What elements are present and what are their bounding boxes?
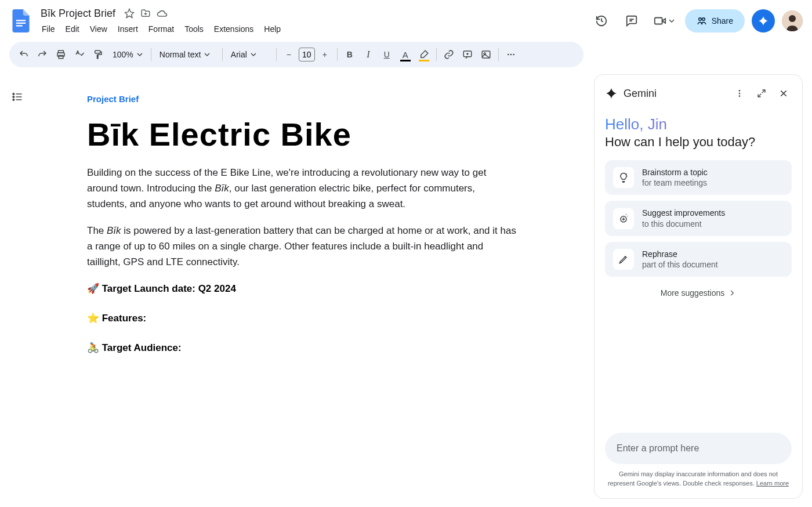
menu-extensions[interactable]: Extensions [209,22,258,36]
font-size-decrease[interactable]: − [280,46,298,63]
svg-point-5 [702,18,705,21]
print-button[interactable] [52,46,70,63]
menu-insert[interactable]: Insert [113,22,143,36]
more-suggestions-button[interactable]: More suggestions [605,288,792,298]
formatting-toolbar: 100% Normal text Arial − + B I U A [9,42,583,67]
gemini-expand-icon[interactable] [753,85,770,102]
document-label: Project Brief [87,94,516,104]
gemini-sidebar: Gemini Hello, Jin How can I help you tod… [594,74,803,499]
svg-rect-3 [654,18,662,24]
svg-point-19 [13,96,14,98]
docs-logo-icon[interactable] [9,9,32,32]
gemini-close-icon[interactable] [775,85,792,102]
svg-point-20 [13,99,14,101]
zoom-select[interactable]: 100% [108,46,147,63]
meet-button[interactable] [650,9,678,32]
paragraph-style-select[interactable]: Normal text [155,46,219,63]
learn-more-link[interactable]: Learn more [756,480,789,487]
svg-point-23 [739,95,741,97]
gemini-title: Gemini [624,88,726,100]
pencil-icon [613,249,634,270]
bold-button[interactable]: B [341,46,358,63]
suggestion-brainstorm[interactable]: Brainstorm a topicfor team meetings [605,160,792,195]
svg-point-4 [698,18,701,21]
outline-column [0,71,35,505]
section-audience: 🚴 Target Audience: [87,342,516,354]
header-actions: Share [590,9,803,32]
suggestion-improve[interactable]: Suggest improvementsto this document [605,201,792,236]
svg-rect-1 [16,23,26,24]
underline-button[interactable]: U [378,46,396,63]
lightbulb-icon [613,167,634,188]
document-title[interactable]: Bīk Project Brief [37,6,119,21]
font-size-control: − + [280,46,334,63]
font-size-increase[interactable]: + [316,46,334,63]
menu-tools[interactable]: Tools [180,22,208,36]
share-button[interactable]: Share [685,9,745,32]
document-canvas[interactable]: Project Brief Bīk Electric Bike Building… [35,71,594,505]
spellcheck-button[interactable] [71,46,88,63]
svg-point-18 [13,93,14,95]
gemini-disclaimer: Gemini may display inaccurate informatio… [605,470,792,488]
comments-icon[interactable] [620,9,643,32]
menu-bar: File Edit View Insert Format Tools Exten… [37,22,590,36]
menu-format[interactable]: Format [144,22,179,36]
svg-point-17 [513,54,514,56]
svg-point-22 [739,93,741,95]
highlight-button[interactable] [415,46,433,63]
undo-button[interactable] [15,46,32,63]
gemini-prompt-input[interactable]: Enter a prompt here [605,433,792,464]
gemini-launcher-icon[interactable] [752,9,775,32]
insert-image-button[interactable] [477,46,495,63]
insert-comment-button[interactable] [459,46,476,63]
paragraph-2: The Bīk is powered by a last-generation … [87,223,516,270]
svg-rect-2 [16,25,23,26]
app-header: Bīk Project Brief File Edit View Insert … [0,0,812,37]
history-icon[interactable] [590,9,613,32]
suggestion-rephrase[interactable]: Rephrasepart of this document [605,242,792,277]
document-heading: Bīk Electric Bike [87,115,516,153]
cloud-status-icon[interactable] [156,8,168,19]
font-size-input[interactable] [299,48,315,61]
paint-format-button[interactable] [89,46,107,63]
svg-point-7 [789,15,796,22]
svg-point-21 [739,90,741,92]
italic-button[interactable]: I [360,46,377,63]
font-family-select[interactable]: Arial [226,46,273,63]
gemini-greeting: Hello, Jin [605,115,792,133]
more-tools-button[interactable] [502,46,520,63]
svg-rect-0 [16,20,26,21]
section-features: ⭐ Features: [87,312,516,324]
gemini-more-icon[interactable] [731,85,748,102]
svg-rect-11 [95,50,100,53]
outline-toggle-icon[interactable] [9,88,26,106]
menu-view[interactable]: View [85,22,112,36]
move-icon[interactable] [140,8,151,19]
svg-point-16 [510,54,512,56]
gemini-spark-icon [605,87,618,100]
svg-point-15 [507,54,509,56]
menu-help[interactable]: Help [259,22,285,36]
redo-button[interactable] [34,46,51,63]
menu-file[interactable]: File [37,22,60,36]
gemini-subgreeting: How can I help you today? [605,135,792,150]
text-color-button[interactable]: A [397,46,414,63]
user-avatar[interactable] [782,10,803,31]
share-label: Share [712,16,733,26]
star-icon[interactable] [124,8,135,19]
sparkle-plus-icon [613,208,634,229]
insert-link-button[interactable] [440,46,458,63]
menu-edit[interactable]: Edit [61,22,84,36]
section-launch-date: 🚀 Target Launch date: Q2 2024 [87,283,516,295]
title-area: Bīk Project Brief File Edit View Insert … [37,6,590,36]
paragraph-1: Building on the success of the E Bike Li… [87,165,516,212]
